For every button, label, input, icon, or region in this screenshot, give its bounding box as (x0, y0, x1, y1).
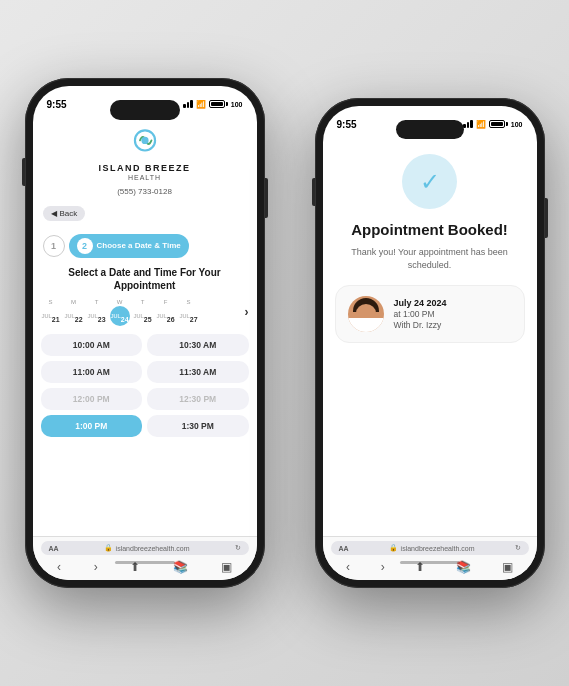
cal-day-0[interactable]: S JUL21 (41, 299, 61, 326)
step-2-num: 2 (77, 238, 93, 254)
success-circle: ✓ (402, 154, 457, 209)
appointment-date: July 24 2024 (394, 298, 447, 308)
slot-1000[interactable]: 10:00 AM (41, 334, 143, 356)
logo-area: ISLAND BREEZE HEALTH (33, 116, 257, 181)
browser-bar-left: AA 🔒 islandbreezehealth.com ↻ ‹ › ⬆ 📚 ▣ (33, 536, 257, 580)
back-button[interactable]: ◀ Back (43, 206, 86, 221)
wifi-icon-right: 📶 (476, 120, 486, 129)
tabs-icon-r[interactable]: ▣ (502, 560, 513, 574)
cal-day-5[interactable]: F JUL26 (156, 299, 176, 326)
right-content: ✓ Appointment Booked! Thank you! Your ap… (323, 136, 537, 343)
slot-1230[interactable]: 12:30 PM (147, 388, 249, 410)
cal-day-4[interactable]: T JUL25 (133, 299, 153, 326)
bookmarks-icon[interactable]: 📚 (173, 560, 188, 574)
calendar-days: S JUL21 M JUL22 T JUL23 W (41, 299, 243, 326)
slot-1100[interactable]: 11:00 AM (41, 361, 143, 383)
cal-day-6[interactable]: S JUL27 (179, 299, 199, 326)
steps-bar: 1 2 Choose a Date & Time (43, 234, 247, 258)
cal-day-2[interactable]: T JUL23 (87, 299, 107, 326)
phone-number: (555) 733-0128 (33, 187, 257, 196)
appointment-info: July 24 2024 at 1:00 PM With Dr. Izzy (394, 298, 447, 330)
slot-1200[interactable]: 12:00 PM (41, 388, 143, 410)
right-phone-screen: 9:55 📶 100 (323, 106, 537, 580)
phone-right: 9:55 📶 100 (315, 98, 545, 588)
forward-nav-icon[interactable]: › (94, 560, 98, 574)
dynamic-island-right (396, 120, 464, 139)
slot-130pm[interactable]: 1:30 PM (147, 415, 249, 437)
appointment-title: Select a Date and Time For Your Appointm… (43, 266, 247, 292)
appointment-doctor: With Dr. Izzy (394, 320, 447, 330)
battery-pct-left: 100 (231, 101, 243, 108)
url-bar-left[interactable]: AA 🔒 islandbreezehealth.com ↻ (41, 541, 249, 555)
step-2-label: Choose a Date & Time (97, 241, 181, 250)
forward-nav-icon-r[interactable]: › (381, 560, 385, 574)
cal-day-3-selected[interactable]: W JUL24 (110, 299, 130, 326)
battery-right (489, 120, 508, 128)
browser-bar-right: AA 🔒 islandbreezehealth.com ↻ ‹ › ⬆ 📚 ▣ (323, 536, 537, 580)
back-nav-icon[interactable]: ‹ (57, 560, 61, 574)
phone-left: 9:55 📶 100 (25, 78, 265, 588)
dynamic-island-left (110, 100, 180, 120)
brand-name: ISLAND BREEZE (98, 164, 190, 174)
back-nav-icon-r[interactable]: ‹ (346, 560, 350, 574)
appointment-time: at 1:00 PM (394, 309, 447, 319)
back-label: Back (60, 209, 78, 218)
wifi-icon-left: 📶 (196, 100, 206, 109)
slot-1030[interactable]: 10:30 AM (147, 334, 249, 356)
slot-100pm-selected[interactable]: 1:00 PM (41, 415, 143, 437)
booked-subtitle: Thank you! Your appointment has been sch… (335, 246, 525, 271)
lock-icon-left: 🔒 (104, 544, 113, 552)
step-2-active: 2 Choose a Date & Time (69, 234, 189, 258)
signal-icon-left (183, 100, 193, 108)
battery-pct-right: 100 (511, 121, 523, 128)
time-left: 9:55 (47, 99, 67, 110)
time-slots-grid: 10:00 AM 10:30 AM 11:00 AM 11:30 AM 12:0… (41, 334, 249, 437)
status-icons-right: 📶 100 (463, 120, 522, 129)
calendar-next-arrow[interactable]: › (243, 305, 249, 319)
svg-point-1 (141, 137, 148, 144)
appointment-card: July 24 2024 at 1:00 PM With Dr. Izzy (335, 285, 525, 343)
battery-left (209, 100, 228, 108)
signal-icon-right (463, 120, 473, 128)
cal-day-1[interactable]: M JUL22 (64, 299, 84, 326)
brand-logo (127, 126, 163, 162)
left-phone-screen: 9:55 📶 100 (33, 86, 257, 580)
url-text-left: islandbreezehealth.com (116, 545, 190, 552)
status-icons-left: 📶 100 (183, 100, 242, 109)
step-1: 1 (43, 235, 65, 257)
time-right: 9:55 (337, 119, 357, 130)
url-text-right: islandbreezehealth.com (401, 545, 475, 552)
home-indicator-left (115, 561, 175, 564)
brand-sub: HEALTH (98, 174, 190, 181)
font-size-left: AA (49, 545, 59, 552)
back-arrow-icon: ◀ (51, 209, 57, 218)
check-icon: ✓ (420, 170, 440, 194)
url-bar-right[interactable]: AA 🔒 islandbreezehealth.com ↻ (331, 541, 529, 555)
slot-1130[interactable]: 11:30 AM (147, 361, 249, 383)
doctor-avatar (348, 296, 384, 332)
reload-icon-right[interactable]: ↻ (515, 544, 521, 552)
tabs-icon[interactable]: ▣ (221, 560, 232, 574)
lock-icon-right: 🔒 (389, 544, 398, 552)
booked-title: Appointment Booked! (351, 221, 508, 238)
home-indicator-right (400, 561, 460, 564)
calendar-row: S JUL21 M JUL22 T JUL23 W (41, 299, 249, 326)
font-size-right: AA (339, 545, 349, 552)
reload-icon-left[interactable]: ↻ (235, 544, 241, 552)
